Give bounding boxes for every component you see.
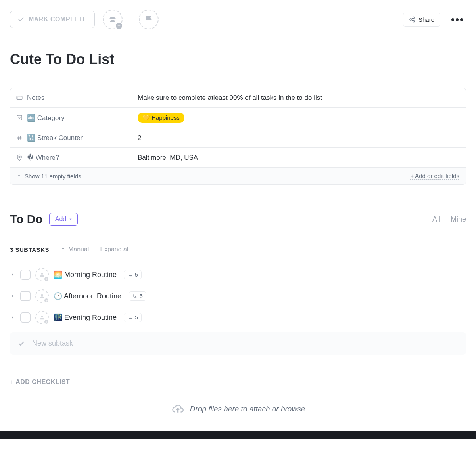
category-tag: 💛 Happiness <box>138 113 184 123</box>
browse-link[interactable]: browse <box>281 405 305 413</box>
attachment-dropzone[interactable]: Drop files here to attach or browse <box>10 394 466 431</box>
field-value-where[interactable]: Baltimore, MD, USA <box>131 148 466 167</box>
dot-icon <box>456 18 459 21</box>
subtask-count-badge[interactable]: 5 <box>124 313 142 322</box>
plus-icon <box>44 276 49 282</box>
svg-rect-7 <box>17 115 22 120</box>
subtask-row[interactable]: 🌅 Morning Routine 5 <box>10 264 466 285</box>
subtask-row[interactable]: 🌃 Evening Routine 5 <box>10 307 466 328</box>
share-label: Share <box>418 16 434 23</box>
field-label: 🔢 Streak Counter <box>10 128 131 147</box>
new-subtask-input[interactable] <box>32 339 458 348</box>
new-subtask-row[interactable] <box>10 332 466 355</box>
assignee-button[interactable] <box>35 268 49 281</box>
check-icon <box>17 16 25 23</box>
number-icon <box>16 134 23 142</box>
svg-point-0 <box>413 17 415 18</box>
caret-down-icon <box>69 217 73 221</box>
subtask-icon <box>127 272 133 277</box>
tab-all[interactable]: All <box>432 215 440 224</box>
field-row-streak: 🔢 Streak Counter 2 <box>10 128 466 148</box>
bottom-bar <box>0 431 476 439</box>
more-button[interactable] <box>448 15 466 24</box>
field-value-category[interactable]: 💛 Happiness <box>131 108 466 128</box>
assignees-button[interactable] <box>103 10 123 29</box>
section-header: To Do Add All Mine <box>10 212 466 226</box>
content: Cute To Do List Notes Make sure to compl… <box>0 39 476 431</box>
subtask-icon <box>127 315 133 320</box>
field-row-category: 🔤 Category 💛 Happiness <box>10 108 466 128</box>
subtasks-count: 3 SUBTASKS <box>10 246 49 253</box>
dropdown-icon <box>16 114 23 121</box>
svg-point-2 <box>413 21 415 22</box>
section-title: To Do <box>10 212 43 226</box>
priority-button[interactable] <box>139 10 159 29</box>
fields-table: Notes Make sure to complete atleast 90% … <box>10 88 466 185</box>
location-icon <box>16 154 23 161</box>
share-button[interactable]: Share <box>403 13 440 27</box>
field-label: 🔤 Category <box>10 108 131 128</box>
field-row-where: � Where? Baltimore, MD, USA <box>10 148 466 168</box>
svg-line-3 <box>411 18 413 19</box>
mark-complete-label: MARK COMPLETE <box>29 16 87 23</box>
subtask-count-badge[interactable]: 5 <box>129 291 146 301</box>
svg-line-11 <box>20 136 21 140</box>
dot-icon <box>460 18 463 21</box>
add-button[interactable]: Add <box>49 213 78 226</box>
field-row-notes: Notes Make sure to complete atleast 90% … <box>10 88 466 108</box>
subtask-icon <box>132 293 138 299</box>
section-tabs: All Mine <box>432 215 466 224</box>
share-icon <box>409 16 415 23</box>
svg-line-10 <box>18 136 19 140</box>
check-icon <box>18 340 25 347</box>
subtask-title: 🌃 Evening Routine <box>54 313 117 322</box>
svg-point-1 <box>410 19 411 20</box>
caret-down-icon <box>17 174 21 178</box>
expand-chevron[interactable] <box>10 294 15 298</box>
svg-rect-5 <box>17 96 22 99</box>
plus-icon <box>44 319 49 325</box>
svg-point-12 <box>19 156 20 157</box>
dot-icon <box>451 18 454 21</box>
add-edit-fields-link[interactable]: + Add or edit fields <box>410 172 459 180</box>
text-icon <box>16 94 23 101</box>
subtask-checkbox[interactable] <box>20 270 31 280</box>
assignee-button[interactable] <box>35 289 49 303</box>
divider <box>131 13 131 26</box>
field-value-streak[interactable]: 2 <box>131 128 466 147</box>
field-value-notes[interactable]: Make sure to complete atleast 90% of all… <box>131 88 466 107</box>
toolbar: MARK COMPLETE Share <box>0 0 476 39</box>
subtask-title: 🌅 Morning Routine <box>54 270 117 279</box>
expand-chevron[interactable] <box>10 273 15 277</box>
svg-line-4 <box>411 20 413 21</box>
subtask-list: 🌅 Morning Routine 5 🕐 Afternoon Routine … <box>10 264 466 328</box>
mark-complete-button[interactable]: MARK COMPLETE <box>10 11 95 28</box>
subtask-checkbox[interactable] <box>20 312 31 323</box>
assignee-button[interactable] <box>35 311 49 324</box>
expand-all-button[interactable]: Expand all <box>100 246 130 253</box>
cloud-upload-icon <box>171 403 184 415</box>
subtask-count-badge[interactable]: 5 <box>124 270 142 279</box>
show-empty-fields-button[interactable]: Show 11 empty fields <box>17 173 81 180</box>
subtasks-bar: 3 SUBTASKS Manual Expand all <box>10 246 466 253</box>
plus-icon <box>44 298 49 303</box>
subtask-row[interactable]: 🕐 Afternoon Routine 5 <box>10 285 466 307</box>
fields-footer: Show 11 empty fields + Add or edit field… <box>10 168 466 184</box>
dropzone-text: Drop files here to attach or browse <box>190 405 305 413</box>
subtask-checkbox[interactable] <box>20 291 31 301</box>
subtask-title: 🕐 Afternoon Routine <box>54 292 121 300</box>
page-title: Cute To Do List <box>10 51 466 68</box>
arrow-up-icon <box>60 247 66 252</box>
flag-icon <box>144 15 154 24</box>
field-label: � Where? <box>10 148 131 167</box>
field-label: Notes <box>10 88 131 107</box>
sort-button[interactable]: Manual <box>60 246 89 253</box>
add-assignee-badge <box>115 22 123 30</box>
expand-chevron[interactable] <box>10 316 15 319</box>
add-checklist-button[interactable]: + ADD CHECKLIST <box>10 379 466 386</box>
tab-mine[interactable]: Mine <box>451 215 466 224</box>
